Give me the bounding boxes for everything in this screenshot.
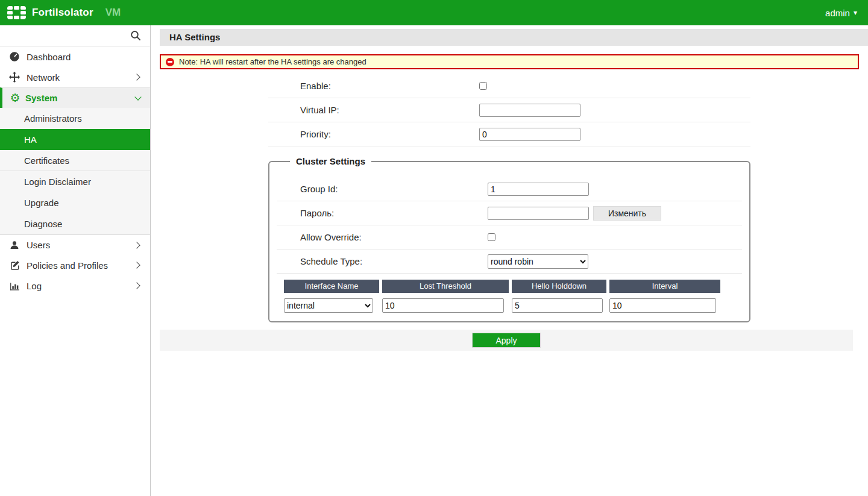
sidebar-item-label: Diagnose <box>24 219 62 229</box>
sidebar-item-label: Log <box>27 281 42 291</box>
column-header-interface-name: Interface Name <box>284 280 379 293</box>
form-row-password: Пароль: Изменить <box>277 201 742 225</box>
note-text: Note: HA will restart after the HA setti… <box>179 57 366 66</box>
chevron-down-icon <box>134 93 141 100</box>
caret-down-icon: ▾ <box>854 8 857 17</box>
sidebar-item-label: Upgrade <box>24 198 59 208</box>
cluster-settings-fieldset: Cluster Settings Group Id: Пароль: Измен… <box>268 156 750 322</box>
sidebar-item-policies-and-profiles[interactable]: Policies and Profiles <box>0 255 150 275</box>
main-content: HA Settings Note: HA will restart after … <box>151 25 868 496</box>
change-password-button[interactable]: Изменить <box>593 206 661 221</box>
interface-name-select[interactable]: internal <box>284 298 373 313</box>
sidebar-item-label: System <box>25 93 57 103</box>
sidebar-item-upgrade[interactable]: Upgrade <box>0 192 150 213</box>
sidebar-item-system[interactable]: ⚙ System <box>0 87 150 108</box>
sidebar-search[interactable] <box>0 25 150 46</box>
sidebar-item-label: HA <box>24 134 37 145</box>
password-label: Пароль: <box>277 208 488 218</box>
column-header-lost-threshold: Lost Threshold <box>382 280 509 293</box>
virtual-ip-label: Virtual IP: <box>268 105 479 115</box>
column-header-interval: Interval <box>609 280 720 293</box>
lost-threshold-input[interactable] <box>382 298 504 313</box>
apply-button[interactable]: Apply <box>472 333 541 348</box>
hello-holddown-input[interactable] <box>512 298 603 313</box>
note-banner: Note: HA will restart after the HA setti… <box>160 54 859 69</box>
schedule-type-select[interactable]: round robin <box>488 254 588 269</box>
ha-settings-form: Enable: Virtual IP: Priority: Cluster Se… <box>268 74 750 322</box>
ha-interface-table: Interface Name Lost Threshold Hello Hold… <box>284 280 742 313</box>
column-header-hello-holddown: Hello Holddown <box>512 280 606 293</box>
sidebar-item-diagnose[interactable]: Diagnose <box>0 213 150 234</box>
bar-chart-icon <box>8 281 21 291</box>
users-icon <box>8 240 21 250</box>
group-id-label: Group Id: <box>277 184 488 194</box>
enable-label: Enable: <box>268 81 479 91</box>
priority-input[interactable] <box>479 128 580 141</box>
chevron-right-icon <box>133 74 140 80</box>
user-menu[interactable]: admin ▾ <box>825 8 857 18</box>
table-header-row: Interface Name Lost Threshold Hello Hold… <box>284 280 742 293</box>
sidebar-item-administrators[interactable]: Administrators <box>0 108 150 129</box>
form-row-enable: Enable: <box>268 74 750 98</box>
cluster-settings-legend: Cluster Settings <box>290 156 371 166</box>
chevron-right-icon <box>133 262 140 268</box>
form-row-group-id: Group Id: <box>277 177 742 201</box>
sidebar-item-ha[interactable]: HA <box>0 129 150 150</box>
sidebar-item-label: Users <box>27 240 50 250</box>
allow-override-label: Allow Override: <box>277 232 488 242</box>
chevron-right-icon <box>133 282 140 289</box>
sidebar-item-dashboard[interactable]: Dashboard <box>0 46 150 67</box>
brand-name: FortiIsolator <box>32 7 93 19</box>
sidebar-item-label: Login Disclaimer <box>24 177 91 187</box>
minus-circle-icon <box>166 58 174 66</box>
sidebar-item-users[interactable]: Users <box>0 234 150 255</box>
fortinet-logo-icon <box>7 6 26 19</box>
system-gear-icon: ⚙ <box>8 92 22 104</box>
topbar: FortiIsolator VM admin ▾ <box>0 0 868 25</box>
allow-override-checkbox[interactable] <box>488 233 495 241</box>
schedule-type-label: Schedule Type: <box>277 256 488 266</box>
search-icon[interactable] <box>130 30 141 41</box>
sidebar-item-label: Dashboard <box>27 52 71 62</box>
sidebar-item-login-disclaimer[interactable]: Login Disclaimer <box>0 171 150 192</box>
sidebar-item-label: Administrators <box>24 113 82 124</box>
apply-bar: Apply <box>160 330 853 351</box>
brand-area: FortiIsolator VM <box>7 6 121 19</box>
network-icon <box>8 72 21 83</box>
virtual-ip-input[interactable] <box>479 104 580 117</box>
sidebar: Dashboard Network ⚙ System Administrator… <box>0 25 151 496</box>
chevron-right-icon <box>133 242 140 248</box>
enable-checkbox[interactable] <box>479 82 487 90</box>
dashboard-icon <box>8 51 21 62</box>
sidebar-item-network[interactable]: Network <box>0 67 150 87</box>
table-row: internal <box>284 298 742 313</box>
sidebar-item-label: Policies and Profiles <box>27 260 108 271</box>
sidebar-item-label: Network <box>27 72 60 83</box>
page-title: HA Settings <box>160 29 868 46</box>
product-model: VM <box>105 7 121 19</box>
form-row-virtual-ip: Virtual IP: <box>268 98 750 122</box>
sidebar-item-certificates[interactable]: Certificates <box>0 150 150 171</box>
interval-input[interactable] <box>609 298 716 313</box>
priority-label: Priority: <box>268 129 479 139</box>
password-input[interactable] <box>488 207 589 220</box>
user-name: admin <box>825 8 850 18</box>
form-row-allow-override: Allow Override: <box>277 225 742 250</box>
sidebar-item-log[interactable]: Log <box>0 275 150 296</box>
edit-pencil-icon <box>8 260 21 271</box>
group-id-input[interactable] <box>488 183 589 196</box>
form-row-schedule-type: Schedule Type: round robin <box>277 250 742 274</box>
form-row-priority: Priority: <box>268 122 750 146</box>
sidebar-item-label: Certificates <box>24 155 69 166</box>
